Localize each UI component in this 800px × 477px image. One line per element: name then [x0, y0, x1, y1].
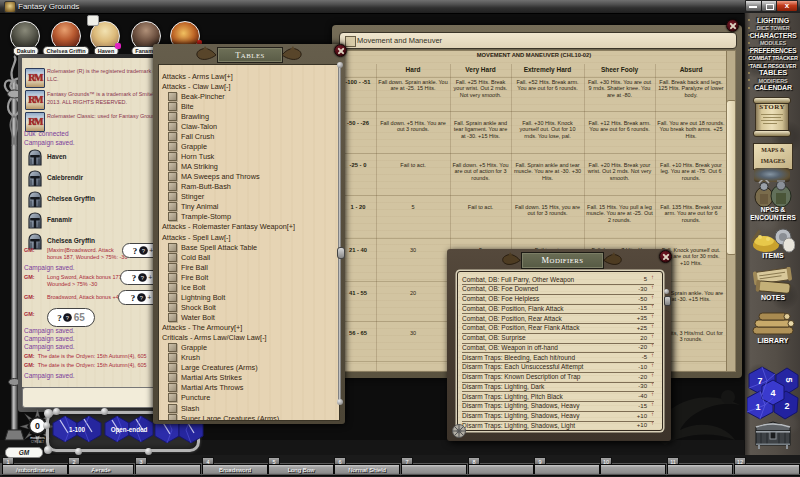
svg-text:0: 0: [35, 421, 40, 431]
svg-text:7: 7: [757, 376, 762, 386]
svg-text:5: 5: [784, 377, 794, 382]
svg-text:CTRL/ALT: CTRL/ALT: [31, 440, 44, 444]
svg-text:4: 4: [770, 388, 775, 398]
svg-text:1: 1: [755, 402, 760, 412]
svg-text:2: 2: [784, 401, 789, 411]
svg-text:1-100: 1-100: [69, 426, 86, 433]
svg-text:Open-ended: Open-ended: [111, 426, 148, 434]
